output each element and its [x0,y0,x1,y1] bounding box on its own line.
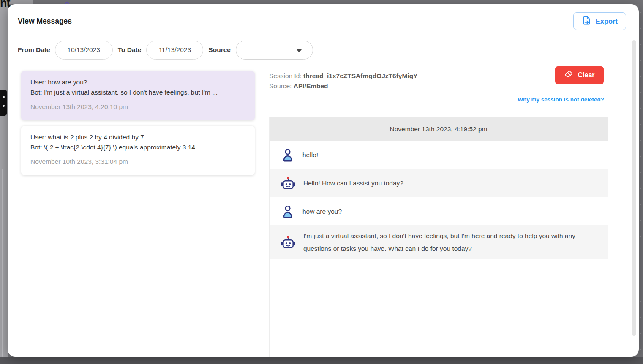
from-date-label: From Date [18,46,50,54]
eraser-icon [564,70,573,81]
background-panel-border [2,169,3,357]
session-source-label: Source: [269,82,292,90]
session-id-value: thread_i1x7cZTSAfmgdOJzT6fyMigY [303,72,417,79]
conversation-list: User: how are you? Bot: I'm just a virtu… [21,71,255,181]
chat-message-text: how are you? [302,205,342,218]
chat-message-user: hello! [270,141,608,169]
to-date-label: To Date [118,46,142,54]
conversation-timestamp: November 13th 2023, 4:20:10 pm [30,103,245,111]
chat-message-bot: I'm just a virtual assistant, so I don't… [270,225,608,259]
export-button-label: Export [596,17,618,25]
conversation-list-item[interactable]: User: what is 2 plus 2 by 4 divided by 7… [21,126,255,175]
from-date-input[interactable] [55,41,113,60]
conversation-bot-preview: Bot: \( 2 + \frac{2 \cdot 4}{7} \) equal… [30,142,245,152]
background-divider [0,88,8,88]
page-title: View Messages [18,17,72,26]
chat-transcript: November 13th 2023, 4:19:52 pm hello! [269,117,608,357]
chat-message-bot: Hello! How can I assist you today? [270,169,608,197]
session-info: Session Id: thread_i1x7cZTSAfmgdOJzT6fyM… [269,71,417,91]
chat-date-header: November 13th 2023, 4:19:52 pm [270,117,608,141]
filter-bar: From Date To Date Source [18,40,313,60]
background-top-strip [33,0,643,4]
background-right-strip [639,4,643,357]
background-app-icon [0,90,7,116]
conversation-user-preview: User: how are you? [30,77,245,87]
clear-button[interactable]: Clear [555,66,604,84]
export-file-icon [582,16,591,27]
background-left-strip [0,4,8,357]
screen: nt View Messages Export [0,0,643,364]
export-button[interactable]: Export [573,12,626,30]
source-select[interactable] [236,41,313,60]
edit-pencil-icon [59,0,70,4]
background-bottom-strip [0,357,643,364]
to-date-input[interactable] [146,41,203,60]
session-not-deleted-link[interactable]: Why my session is not deleted? [269,96,604,103]
conversation-list-item[interactable]: User: how are you? Bot: I'm just a virtu… [21,71,255,120]
user-avatar-icon [281,148,295,162]
session-id-label: Session Id: [269,72,302,79]
conversation-bot-preview: Bot: I'm just a virtual assistant, so I … [30,87,245,98]
conversation-user-preview: User: what is 2 plus 2 by 4 divided by 7 [30,132,245,142]
bot-avatar-icon [281,235,296,250]
view-messages-modal: View Messages Export From Date To Date S… [8,4,639,357]
modal-scrollbar-thumb[interactable] [632,40,636,336]
chat-message-text: I'm just a virtual assistant, so I don't… [303,230,597,255]
bot-avatar-icon [281,176,296,190]
chevron-down-icon [297,49,302,52]
chat-message-user: how are you? [270,197,608,225]
background-logo-fragment: nt [0,0,10,10]
chat-message-text: hello! [302,149,318,161]
source-label: Source [208,46,231,54]
session-source-value: API/Embed [294,82,328,90]
background-divider [0,66,8,66]
conversation-timestamp: November 10th 2023, 3:31:04 pm [30,158,245,166]
user-avatar-icon [281,205,295,218]
clear-button-label: Clear [578,71,594,79]
chat-message-text: Hello! How can I assist you today? [303,177,403,190]
